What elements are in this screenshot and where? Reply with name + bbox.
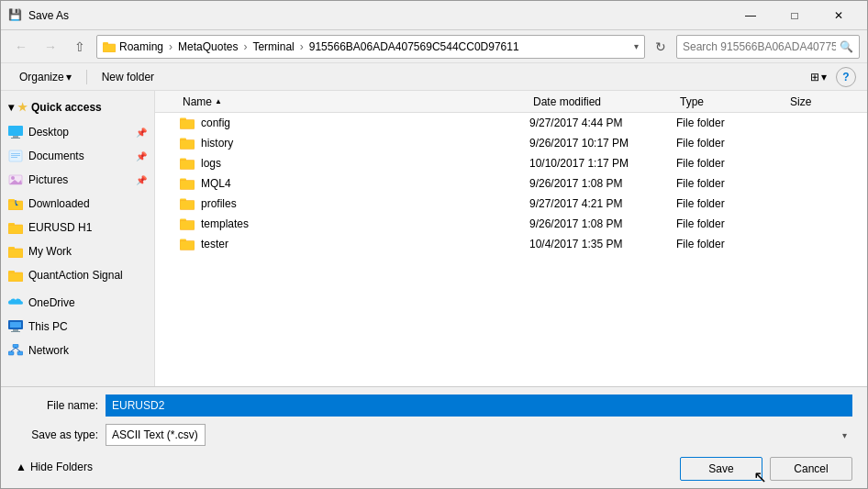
breadcrumb-metaquotes[interactable]: MetaQuotes: [178, 40, 238, 53]
eurusd-folder-icon: [8, 220, 23, 235]
sidebar-item-eurusd[interactable]: EURUSD H1: [1, 216, 154, 239]
new-folder-button[interactable]: New folder: [95, 67, 161, 87]
table-row[interactable]: config 9/27/2017 4:44 PM File folder: [155, 113, 867, 133]
sidebar-item-pictures[interactable]: Pictures 📌: [1, 168, 154, 192]
col-date-header[interactable]: Date modified: [529, 95, 676, 108]
filetype-select-wrapper: ASCII Text (*.csv): [106, 424, 852, 446]
close-button[interactable]: ✕: [818, 1, 860, 30]
maximize-button[interactable]: □: [773, 1, 816, 30]
sidebar-item-desktop[interactable]: Desktop 📌: [1, 120, 154, 144]
organize-arrow: ▾: [66, 71, 72, 83]
file-name: logs: [201, 157, 529, 170]
folder-icon: [179, 217, 195, 231]
svg-rect-28: [10, 322, 21, 328]
view-controls: ⊞ ▾ ?: [803, 67, 856, 87]
file-type: File folder: [676, 137, 786, 150]
quick-access-header[interactable]: ▾ ★ Quick access: [1, 94, 154, 120]
svg-rect-31: [13, 344, 18, 348]
sidebar-item-documents[interactable]: Documents 📌: [1, 144, 154, 168]
bottom-bar: File name: Save as type: ASCII Text (*.c…: [1, 386, 867, 488]
file-date: 10/4/2017 1:35 PM: [529, 238, 676, 250]
address-dropdown-icon[interactable]: ▾: [634, 41, 639, 51]
file-date: 9/26/2017 10:17 PM: [529, 137, 676, 150]
table-row[interactable]: logs 10/10/2017 1:17 PM File folder: [155, 153, 867, 173]
forward-button[interactable]: →: [38, 35, 63, 59]
svg-line-35: [16, 348, 20, 351]
view-button[interactable]: ⊞ ▾: [803, 67, 834, 87]
sidebar-item-thispc[interactable]: This PC: [1, 315, 154, 339]
sidebar-quantaction-label: QuantAction Signal: [28, 269, 123, 282]
filetype-row: Save as type: ASCII Text (*.csv): [16, 424, 852, 446]
new-folder-label: New folder: [102, 71, 154, 83]
col-type-header[interactable]: Type: [676, 95, 786, 108]
sidebar-item-downloaded[interactable]: Downloaded: [1, 192, 154, 216]
save-button[interactable]: Save ↖: [680, 457, 762, 481]
col-size-header[interactable]: Size: [786, 95, 860, 108]
filename-row: File name:: [16, 395, 852, 417]
filetype-select[interactable]: ASCII Text (*.csv): [106, 424, 206, 446]
up-button[interactable]: ⇧: [67, 35, 93, 59]
file-type: File folder: [676, 217, 786, 230]
svg-rect-5: [11, 138, 20, 139]
cancel-label: Cancel: [794, 462, 828, 475]
hide-folders-toggle[interactable]: ▲ Hide Folders: [16, 459, 93, 475]
sidebar-network-label: Network: [28, 344, 69, 357]
sidebar-item-quantaction[interactable]: QuantAction Signal: [1, 263, 154, 287]
search-icon: 🔍: [840, 40, 853, 53]
documents-icon: [8, 149, 23, 163]
breadcrumb-folder-icon: [103, 41, 116, 52]
sidebar-item-mywork[interactable]: My Work: [1, 239, 154, 263]
sidebar-item-network[interactable]: Network: [1, 339, 154, 362]
col-size-label: Size: [790, 95, 811, 108]
back-button[interactable]: ←: [8, 35, 34, 59]
table-row[interactable]: history 9/26/2017 10:17 PM File folder: [155, 133, 867, 153]
network-icon: [8, 343, 23, 358]
view-arrow: ▾: [821, 71, 827, 83]
folder-icon: [179, 116, 195, 130]
filename-input[interactable]: [106, 395, 852, 417]
svg-rect-8: [11, 155, 20, 156]
refresh-button[interactable]: ↻: [649, 35, 673, 59]
folder-icon: [179, 176, 195, 191]
table-row[interactable]: profiles 9/27/2017 4:21 PM File folder: [155, 194, 867, 214]
organize-button[interactable]: Organize ▾: [12, 67, 79, 87]
col-name-header[interactable]: Name ▲: [179, 95, 529, 108]
action-bar: Organize ▾ New folder ⊞ ▾ ?: [1, 63, 867, 91]
breadcrumb-roaming[interactable]: Roaming: [119, 40, 163, 53]
filename-label: File name:: [16, 399, 98, 412]
folder-icon: [179, 237, 195, 251]
file-type: File folder: [676, 117, 786, 129]
svg-rect-33: [17, 351, 23, 355]
file-name: config: [201, 117, 529, 129]
minimize-button[interactable]: —: [729, 1, 772, 30]
svg-rect-29: [13, 329, 18, 331]
breadcrumb-guid[interactable]: 915566BA06ADA407569C544CC0D97611: [309, 40, 519, 53]
table-row[interactable]: tester 10/4/2017 1:35 PM File folder: [155, 234, 867, 254]
search-input[interactable]: [683, 40, 836, 53]
window-controls: — □ ✕: [729, 1, 860, 30]
main-content: ▾ ★ Quick access Desktop 📌: [1, 91, 867, 386]
breadcrumb-terminal[interactable]: Terminal: [252, 40, 294, 53]
sidebar-downloaded-label: Downloaded: [28, 197, 90, 210]
help-button[interactable]: ?: [836, 67, 856, 87]
cancel-button[interactable]: Cancel: [770, 457, 852, 481]
svg-rect-30: [11, 331, 20, 332]
folder-icon: [179, 196, 195, 211]
sidebar-eurusd-label: EURUSD H1: [28, 221, 92, 234]
pin-icon-docs: 📌: [136, 151, 147, 161]
file-panel: Name ▲ Date modified Type Size: [155, 91, 867, 386]
title-bar: 💾 Save As — □ ✕: [1, 1, 867, 30]
file-name: templates: [201, 217, 529, 230]
file-type: File folder: [676, 197, 786, 210]
file-type: File folder: [676, 157, 786, 170]
file-list-header: Name ▲ Date modified Type Size: [155, 91, 867, 113]
pictures-icon: [8, 172, 23, 187]
table-row[interactable]: MQL4 9/26/2017 1:08 PM File folder: [155, 173, 867, 194]
address-bar[interactable]: Roaming › MetaQuotes › Terminal › 915566…: [96, 35, 645, 59]
sidebar-item-onedrive[interactable]: OneDrive: [1, 291, 154, 315]
table-row[interactable]: templates 9/26/2017 1:08 PM File folder: [155, 214, 867, 234]
svg-rect-9: [11, 157, 17, 158]
hide-folders-arrow: ▲: [16, 461, 27, 473]
file-name: MQL4: [201, 177, 529, 190]
cursor-icon: ↖: [753, 467, 767, 487]
